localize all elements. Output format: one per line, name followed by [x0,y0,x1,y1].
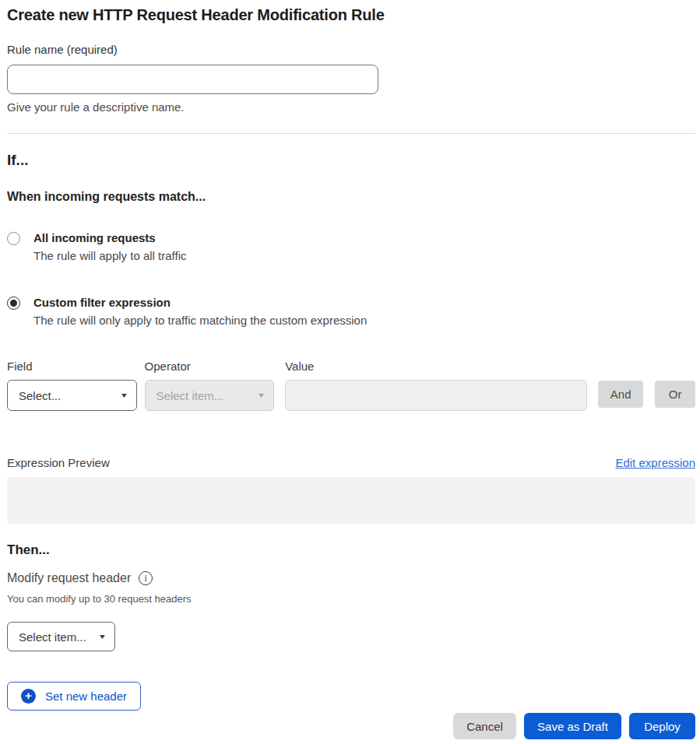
radio-button-selected[interactable] [7,297,20,310]
chevron-down-icon: ▾ [100,633,105,640]
modify-request-header-label: Modify request header [7,571,131,585]
or-button[interactable]: Or [655,381,695,408]
modify-header-hint: You can modify up to 30 request headers [7,593,695,605]
deploy-button[interactable]: Deploy [629,713,695,739]
expression-preview-header: Expression Preview Edit expression [7,456,695,469]
expression-preview-label: Expression Preview [7,456,110,469]
radio-option-body: Custom filter expression The rule will o… [33,296,367,327]
page-title: Create new HTTP Request Header Modificat… [7,6,695,24]
field-column: Field Select... ▾ [7,360,137,411]
radio-option-body: All incoming requests The rule will appl… [33,231,186,262]
rule-name-label: Rule name (required) [7,43,695,56]
field-label: Field [7,360,137,373]
when-subheading: When incoming requests match... [7,190,695,204]
radio-option-description: The rule will apply to all traffic [33,249,186,262]
then-heading: Then... [7,542,695,558]
field-select[interactable]: Select... ▾ [7,380,137,411]
save-as-draft-button[interactable]: Save as Draft [524,713,621,739]
operator-select-value: Select item... [157,389,224,402]
chevron-down-icon: ▾ [259,391,264,399]
and-button[interactable]: And [598,381,643,408]
section-divider [7,133,695,134]
rule-name-input[interactable] [7,65,378,94]
operator-select[interactable]: Select item... ▾ [145,380,275,411]
create-rule-form: Create new HTTP Request Header Modificat… [7,6,695,739]
if-heading: If... [7,152,695,169]
cancel-button[interactable]: Cancel [453,713,516,739]
expression-preview-box [7,477,695,524]
rule-name-helper: Give your rule a descriptive name. [7,100,695,114]
plus-circle-icon: + [21,689,36,704]
value-input[interactable] [285,380,587,411]
operator-column: Operator Select item... ▾ [145,360,275,411]
expression-builder-row: Field Select... ▾ Operator Select item..… [7,360,695,411]
set-new-header-button[interactable]: + Set new header [7,682,141,711]
value-label: Value [285,360,587,373]
radio-option-label: All incoming requests [33,231,186,244]
footer-action-bar: Cancel Save as Draft Deploy [7,713,695,739]
field-select-value: Select... [19,389,61,402]
header-item-select-value: Select item... [19,630,86,644]
value-column: Value [285,360,587,411]
radio-option-custom-expression[interactable]: Custom filter expression The rule will o… [7,296,695,327]
header-item-select[interactable]: Select item... ▾ [7,622,115,651]
edit-expression-link[interactable]: Edit expression [615,456,695,469]
radio-option-all-requests[interactable]: All incoming requests The rule will appl… [7,231,695,262]
set-new-header-label: Set new header [45,690,127,703]
operator-label: Operator [145,360,275,373]
info-icon[interactable]: i [139,571,153,585]
modify-header-row: Modify request header i [7,571,695,585]
radio-option-description: The rule will only apply to traffic matc… [33,314,367,327]
radio-option-label: Custom filter expression [33,296,367,309]
chevron-down-icon: ▾ [121,391,127,399]
radio-button-unselected[interactable] [7,232,20,245]
